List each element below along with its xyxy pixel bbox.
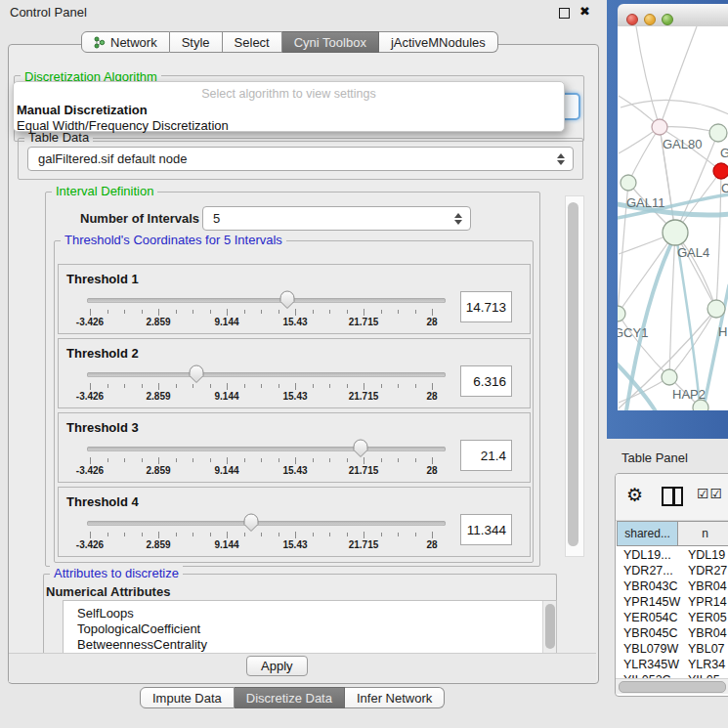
slider-tick xyxy=(415,310,416,314)
close-icon[interactable]: ✖ xyxy=(579,4,590,19)
close-button[interactable] xyxy=(626,14,638,25)
tick-label: 9.144 xyxy=(205,317,248,327)
network-node-H[interactable] xyxy=(707,300,725,318)
slider-tick xyxy=(432,532,433,538)
gear-icon[interactable]: ⚙ xyxy=(626,484,643,506)
network-node-GAL11[interactable] xyxy=(621,175,636,191)
slider-tick xyxy=(176,384,177,388)
slider-tick xyxy=(398,384,399,388)
interval-definition-title: Interval Definition xyxy=(52,184,157,198)
slider-tick xyxy=(142,458,143,462)
slider-tick xyxy=(107,384,108,388)
slider-tick xyxy=(313,310,314,314)
slider-tick xyxy=(329,310,330,314)
network-canvas[interactable]: GAL80GACGAL11GAL4GCY1HHAP2 xyxy=(618,26,728,410)
table-row[interactable]: YPR145WYPR14 xyxy=(617,595,728,611)
list-scrollbar[interactable] xyxy=(542,601,556,654)
threshold-label: Threshold 2 xyxy=(66,346,139,361)
threshold-value-field[interactable]: 11.344 xyxy=(460,514,512,545)
table-row[interactable]: YER054CYER05 xyxy=(617,611,728,626)
panel-scrollbar[interactable] xyxy=(565,195,584,557)
tick-label: 28 xyxy=(410,465,453,476)
tab-impute-data[interactable]: Impute Data xyxy=(140,687,235,708)
table-row[interactable]: YBR043CYBR04 xyxy=(617,579,728,595)
dropdown-prompt: Select algorithm to view settings xyxy=(14,87,564,101)
panel-title: Control Panel xyxy=(10,5,87,20)
tick-label: -3.426 xyxy=(68,465,111,476)
table-horizontal-scrollbar[interactable] xyxy=(616,678,728,694)
threshold-value-field[interactable]: 21.4 xyxy=(460,440,512,471)
slider-tick xyxy=(244,384,245,388)
network-node-GAL80[interactable] xyxy=(652,119,667,135)
network-node-GA[interactable] xyxy=(709,124,727,142)
slider-track[interactable] xyxy=(87,521,446,526)
slider-tick xyxy=(347,458,348,462)
column-header-n[interactable]: n xyxy=(678,521,728,546)
slider-tick xyxy=(398,458,399,462)
num-intervals-combobox[interactable]: 5 xyxy=(202,206,471,231)
tick-label: 21.715 xyxy=(342,465,385,476)
slider-tick xyxy=(381,310,382,314)
node-label: GCY1 xyxy=(618,325,648,340)
attribute-item-betweennesscentrality[interactable]: BetweennessCentrality xyxy=(64,637,556,653)
split-columns-icon[interactable] xyxy=(662,487,683,506)
float-window-icon[interactable] xyxy=(559,8,570,19)
slider-thumb[interactable] xyxy=(353,439,368,458)
network-node-HAP2[interactable] xyxy=(662,369,677,385)
slider-tick xyxy=(90,457,91,464)
table-row[interactable]: YBL079WYBL07 xyxy=(617,642,728,658)
table-row[interactable]: YDR27...YDR27 xyxy=(617,564,728,579)
slider-tick xyxy=(193,384,193,388)
slider-track[interactable] xyxy=(87,298,446,303)
network-node-C[interactable] xyxy=(713,163,728,179)
threshold-value-field[interactable]: 14.713 xyxy=(460,291,512,322)
column-header-shared-[interactable]: shared... xyxy=(617,521,678,546)
tab-discretize-data[interactable]: Discretize Data xyxy=(235,687,345,708)
slider-tick xyxy=(415,533,416,536)
attribute-item-selfloops[interactable]: SelfLoops xyxy=(64,606,556,621)
minimize-button[interactable] xyxy=(644,14,656,25)
dropdown-option-manual-discretization[interactable]: Manual Discretization xyxy=(17,103,148,117)
tab-style[interactable]: Style xyxy=(170,31,223,53)
slider-thumb[interactable] xyxy=(279,290,295,310)
numerical-attributes-list[interactable]: SelfLoopsTopologicalCoefficientBetweenne… xyxy=(63,600,557,655)
cell-name: YDR27 xyxy=(688,564,727,578)
tab-jactivemnodules[interactable]: jActiveMNodules xyxy=(379,31,498,53)
table-row[interactable]: YDL19...YDL19 xyxy=(617,548,728,564)
slider-tick xyxy=(124,310,125,314)
slider-tick xyxy=(176,458,177,462)
slider-thumb[interactable] xyxy=(243,513,259,533)
tab-cyni-toolbox[interactable]: Cyni Toolbox xyxy=(282,31,379,53)
tab-select[interactable]: Select xyxy=(223,31,282,53)
slider-tick xyxy=(158,457,159,464)
slider-tick xyxy=(329,384,330,388)
table-row[interactable]: YBR045CYBR04 xyxy=(617,626,728,642)
cell-name: YBL07 xyxy=(688,642,725,656)
slider-tick xyxy=(227,457,228,464)
zoom-button[interactable] xyxy=(662,14,673,25)
tab-label: Cyni Toolbox xyxy=(294,35,366,50)
table-toolbar: ⚙ ☑☑ xyxy=(616,474,728,521)
tab-label: Infer Network xyxy=(357,691,432,706)
attribute-item-topologicalcoefficient[interactable]: TopologicalCoefficient xyxy=(64,621,556,637)
slider-track[interactable] xyxy=(87,372,446,377)
slider-track[interactable] xyxy=(87,447,446,451)
column-checkboxes-icon[interactable]: ☑☑ xyxy=(697,486,723,501)
apply-button[interactable]: Apply xyxy=(246,656,308,676)
tick-label: -3.426 xyxy=(68,317,111,327)
slider-tick xyxy=(107,458,108,462)
network-node-GAL4[interactable] xyxy=(663,220,688,245)
table-row[interactable]: YLR345WYLR34 xyxy=(617,658,728,673)
tab-network[interactable]: Network xyxy=(81,31,170,53)
threshold-value-field[interactable]: 6.316 xyxy=(460,365,512,397)
cell-name: YLR34 xyxy=(688,658,725,671)
network-node-GCY1[interactable] xyxy=(618,306,625,321)
table-data-combobox[interactable]: galFiltered.sif default node xyxy=(27,147,574,171)
slider-tick xyxy=(244,310,245,314)
slider-tick xyxy=(210,458,211,462)
slider-tick xyxy=(158,383,159,390)
tab-infer-network[interactable]: Infer Network xyxy=(345,687,445,708)
network-window-titlebar[interactable] xyxy=(618,4,728,27)
slider-thumb[interactable] xyxy=(189,364,204,384)
dropdown-option-equal-width-frequency-discretization[interactable]: Equal Width/Frequency Discretization xyxy=(17,118,229,133)
